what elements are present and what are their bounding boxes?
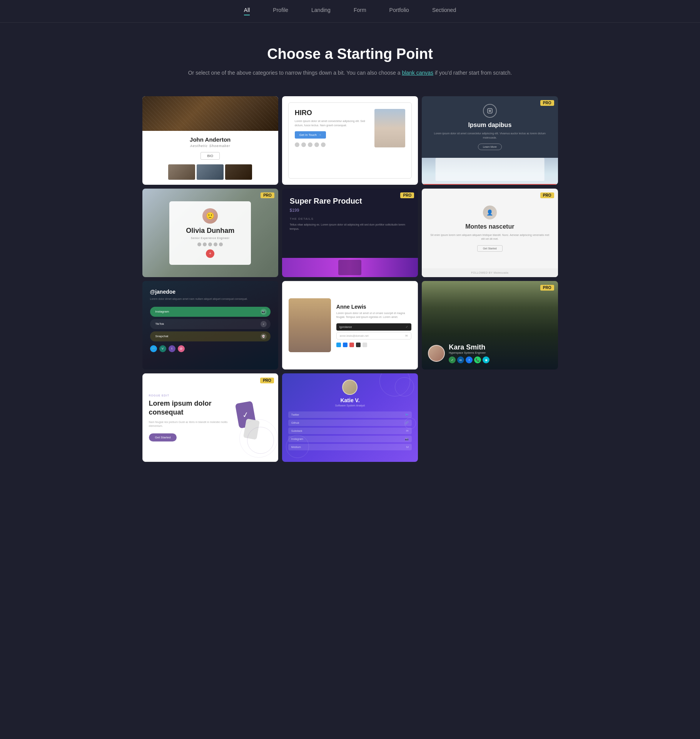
katie-avatar <box>342 380 358 395</box>
katie-link-instagram[interactable]: Instagram 📷 <box>288 436 412 442</box>
kara-icon-4[interactable]: 📞 <box>474 356 481 363</box>
pro-badge-ipsum: PRO <box>540 100 554 106</box>
hiro-cta-button[interactable]: Get In Touch → <box>295 131 326 139</box>
anne-social-5 <box>363 343 367 347</box>
card-john-anderton[interactable]: John Anderton Aesthetic Shoemaker BIO <box>142 96 278 185</box>
super-price: $199 <box>290 208 410 212</box>
katie-link-substack[interactable]: Substack ✉ <box>288 428 412 434</box>
kara-icon-5[interactable]: ◉ <box>483 356 489 363</box>
kara-icon-1[interactable]: ✓ <box>449 356 456 363</box>
blank-canvas-link[interactable]: blank canvas <box>402 70 433 76</box>
olivia-name: Olivia Dunham <box>179 227 242 235</box>
lorem-cta-button[interactable]: Get Started <box>149 433 177 441</box>
anne-email-input[interactable]: anne.lewis@domain.net ✉ <box>336 332 411 339</box>
anne-social-1 <box>336 343 341 347</box>
john-content: John Anderton Aesthetic Shoemaker BIO <box>142 131 278 185</box>
john-thumb-2 <box>197 164 224 180</box>
twitter-icon[interactable]: 🐦 <box>150 345 157 352</box>
katie-link-instagram-label: Instagram <box>291 438 303 440</box>
montes-cta-button[interactable]: Get Started <box>477 245 503 252</box>
katie-link-twitter-label: Twitter <box>291 413 299 416</box>
pro-badge-super: PRO <box>400 192 414 198</box>
olivia-avatar: 🙂 <box>202 208 218 224</box>
kara-content: Kara Smith Hyperspace Systems Engineer ✓… <box>422 281 558 370</box>
anne-desc: Lorem ipsum dolor sit amet ut ut ornare … <box>336 311 411 319</box>
lorem-inner: ROGUE EDIT Lorem ipsum dolor consequat N… <box>143 374 278 461</box>
katie-link-github[interactable]: Github 🔗 <box>288 420 412 426</box>
olivia-icon-2 <box>203 242 207 246</box>
tumblr-icon[interactable]: t <box>169 345 175 352</box>
ipsum-image <box>422 158 558 185</box>
kara-icon-2[interactable]: in <box>457 356 464 363</box>
pro-badge-kara: PRO <box>540 285 554 291</box>
olivia-icon-4 <box>214 242 217 246</box>
substack-link-icon: ✉ <box>406 429 409 433</box>
card-janedoe[interactable]: @janedoe Lorem dolor dimet aliquam amet … <box>142 281 278 370</box>
montes-avatar: 👤 <box>483 206 497 219</box>
anne-field-icon: ✓ <box>406 325 408 329</box>
lorem-left: ROGUE EDIT Lorem ipsum dolor consequat N… <box>149 394 228 441</box>
john-name: John Anderton <box>150 136 271 143</box>
card-kara-smith[interactable]: PRO Kara Smith Hyperspace Systems Engine… <box>422 281 558 370</box>
anne-right: Anne Lewis Lorem ipsum dolor sit amet ut… <box>336 304 411 347</box>
instagram-icon: 📷 <box>261 309 267 315</box>
jane-link-snapchat-label: Snapchat <box>155 334 169 338</box>
hiro-left: HIRO Lorem ipsum dolor sit amet consecte… <box>295 109 368 147</box>
john-bio-button[interactable]: BIO <box>200 152 220 160</box>
nav-item-all[interactable]: All <box>244 7 250 15</box>
pro-badge-montes: PRO <box>540 192 554 198</box>
card-olivia-dunham[interactable]: PRO 🙂 Olivia Dunham Senior Experience En… <box>142 189 278 277</box>
vine-icon[interactable]: V <box>159 345 166 352</box>
card-anne-lewis[interactable]: Anne Lewis Lorem ipsum dolor sit amet ut… <box>282 281 418 370</box>
jane-link-instagram[interactable]: Instagram 📷 <box>150 307 271 317</box>
katie-link-medium[interactable]: Medium M <box>288 444 412 450</box>
hiro-icon-4 <box>314 142 319 147</box>
katie-link-substack-label: Substack <box>291 430 302 432</box>
email-icon[interactable]: @ <box>178 345 185 352</box>
card-super-rare[interactable]: PRO Super Rare Product $199 THE DETAILS … <box>282 189 418 277</box>
katie-role: Software System Analyst <box>335 404 365 407</box>
jane-link-tiktok[interactable]: TikTok ♪ <box>150 319 271 329</box>
jane-link-tiktok-label: TikTok <box>155 322 164 326</box>
hero-title: Choose a Starting Point <box>8 46 692 62</box>
super-product-image <box>282 258 418 277</box>
card-lorem-ipsum[interactable]: PRO ROGUE EDIT Lorem ipsum dolor consequ… <box>142 373 278 462</box>
nav-item-form[interactable]: Form <box>354 7 366 15</box>
anne-social-3 <box>349 343 354 347</box>
olivia-contact-button[interactable]: + <box>206 249 214 258</box>
lorem-title: Lorem ipsum dolor consequat <box>149 399 228 417</box>
super-desc: Tellus vitae adipiscing ex. Lorem ipsum … <box>290 223 410 231</box>
hiro-icon-1 <box>295 142 299 147</box>
card-ipsum-dapibus[interactable]: PRO Ipsum dapibus Lorem ipsum dolor sit … <box>422 96 558 185</box>
nav-item-portfolio[interactable]: Portfolio <box>389 7 409 15</box>
anne-name: Anne Lewis <box>336 304 411 310</box>
kara-icon-3[interactable]: f <box>466 356 473 363</box>
anne-photo <box>289 298 331 352</box>
github-link-icon: 🔗 <box>405 421 409 425</box>
hiro-icon-3 <box>308 142 312 147</box>
ipsum-cta-button[interactable]: Learn More <box>478 144 502 150</box>
nav-item-landing[interactable]: Landing <box>311 7 331 15</box>
jane-link-snapchat[interactable]: Snapchat 👻 <box>150 331 271 341</box>
katie-link-twitter[interactable]: Twitter 🐦 <box>288 411 412 418</box>
svg-rect-1 <box>489 110 491 112</box>
kara-social-icons: ✓ in f 📞 ◉ <box>449 356 489 363</box>
card-hiro[interactable]: HIRO Lorem ipsum dolor sit amet consecte… <box>282 96 418 185</box>
john-thumb-1 <box>168 164 195 180</box>
jane-link-instagram-label: Instagram <box>155 310 169 313</box>
kara-avatar <box>428 345 445 362</box>
hiro-person-image <box>374 109 405 147</box>
anne-username-field[interactable]: Igorstance ✓ <box>336 323 411 331</box>
pro-badge-lorem: PRO <box>260 378 274 383</box>
card-montes-nascetur[interactable]: PRO 👤 Montes nascetur Sit enim ipsum lor… <box>422 189 558 277</box>
kara-row: Kara Smith Hyperspace Systems Engineer ✓… <box>428 343 551 363</box>
ipsum-title: Ipsum dapibus <box>468 122 511 129</box>
card-katie-v[interactable]: Katie V. Software System Analyst Twitter… <box>282 373 418 462</box>
nav-item-sectioned[interactable]: Sectioned <box>432 7 456 15</box>
lorem-phone-2 <box>243 419 260 440</box>
ipsum-top: Ipsum dapibus Lorem ipsum dolor sit amet… <box>422 96 558 158</box>
montes-title: Montes nascetur <box>465 223 514 230</box>
nav-item-profile[interactable]: Profile <box>273 7 288 15</box>
john-thumbnails <box>150 164 271 180</box>
jane-social-icons: 🐦 V t @ <box>150 345 271 352</box>
